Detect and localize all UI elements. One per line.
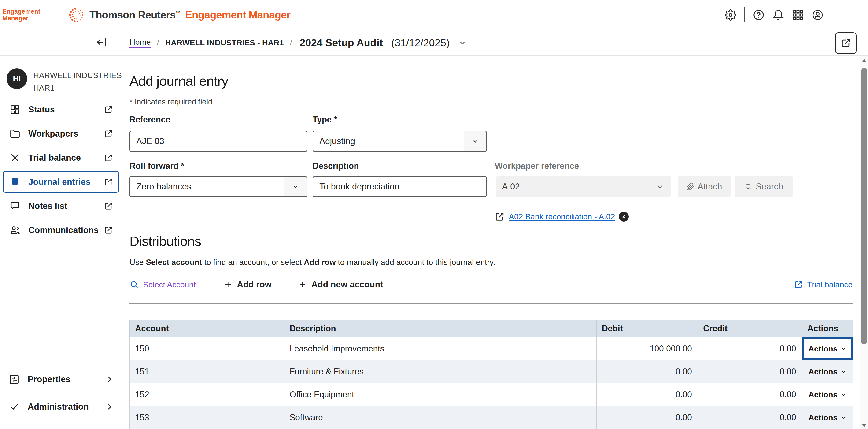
- add-row-label: Add row: [237, 280, 272, 289]
- sidebar-item-notes-list[interactable]: Notes list: [3, 195, 119, 217]
- product-name: Engagement Manager: [185, 9, 290, 21]
- row-actions-cell: Actions: [802, 406, 853, 429]
- collapse-sidebar-button[interactable]: [96, 36, 107, 48]
- settings-button[interactable]: [725, 9, 736, 21]
- app-grid-icon: [792, 9, 804, 21]
- sidebar-item-trial-balance[interactable]: Trial balance: [3, 147, 119, 168]
- row-actions-button[interactable]: Actions: [808, 367, 846, 376]
- chevron-down-icon: [840, 392, 846, 398]
- note-text: to manually add account to this journal …: [336, 257, 495, 267]
- scrollbar-down-arrow[interactable]: [862, 424, 867, 427]
- user-icon: [812, 9, 824, 21]
- scrollbar-thumb[interactable]: [861, 68, 867, 344]
- row-actions-cell: Actions: [802, 360, 853, 383]
- workpaper-reference-link[interactable]: A02 Bank reconciliation - A.02: [509, 212, 615, 221]
- debit-cell: 0.00: [596, 360, 698, 383]
- row-actions-button[interactable]: Actions: [808, 413, 846, 422]
- external-link-icon: [494, 211, 505, 222]
- sidebar-item-label: Workpapers: [28, 129, 78, 139]
- help-button[interactable]: [753, 9, 765, 21]
- row-actions-label: Actions: [808, 367, 838, 376]
- breadcrumb-separator: /: [157, 38, 159, 47]
- add-new-account-button[interactable]: Add new account: [298, 280, 383, 289]
- client-avatar: HI: [6, 68, 27, 89]
- people-icon: [9, 225, 20, 236]
- trial-balance-link[interactable]: Trial balance: [807, 280, 852, 289]
- page-title: Add journal entry: [129, 73, 228, 89]
- breadcrumb-client-link[interactable]: HARWELL INDUSTRIES - HAR1: [165, 38, 284, 47]
- search-icon: [744, 183, 752, 191]
- chevron-right-icon: [104, 402, 114, 411]
- roll-forward-select[interactable]: Zero balances: [129, 176, 307, 197]
- description-label: Description: [313, 161, 359, 171]
- workpaper-reference-select[interactable]: A.02: [496, 176, 671, 197]
- remove-x-icon: [621, 214, 627, 220]
- col-header-credit: Credit: [698, 320, 802, 337]
- thomson-reuters-logo-icon: [68, 6, 85, 23]
- search-button[interactable]: Search: [735, 176, 793, 197]
- sidebar: HI HARWELL INDUSTRIES HAR1 Status Workpa…: [0, 56, 122, 429]
- vertical-scrollbar[interactable]: [860, 56, 868, 429]
- trial-balance-link-group: Trial balance: [794, 280, 852, 289]
- note-text: to find an account, or select: [202, 257, 304, 267]
- account-button[interactable]: [812, 9, 824, 21]
- account-cell: 150: [130, 337, 284, 360]
- attach-button-label: Attach: [698, 182, 722, 191]
- row-actions-label: Actions: [808, 413, 838, 422]
- help-icon: [753, 9, 765, 21]
- row-actions-label: Actions: [808, 390, 838, 399]
- table-row: 152 Office Equipment 0.00 0.00 Actions: [130, 383, 853, 406]
- sidebar-item-communications[interactable]: Communications: [3, 219, 119, 241]
- remove-workpaper-button[interactable]: [619, 212, 629, 221]
- note-bold: Add row: [304, 257, 336, 267]
- section-divider: [129, 304, 852, 304]
- breadcrumb-home-link[interactable]: Home: [129, 37, 151, 48]
- apps-button[interactable]: [792, 9, 804, 21]
- required-note: * Indicates required field: [129, 97, 212, 106]
- sidebar-item-status[interactable]: Status: [3, 99, 119, 120]
- engagement-name: 2024 Setup Audit: [300, 37, 383, 49]
- sidebar-item-label: Administration: [28, 402, 89, 412]
- sidebar-item-administration[interactable]: Administration: [3, 396, 119, 418]
- sidebar-nav: Status Workpapers Trial balance Journal …: [0, 99, 122, 241]
- distributions-note: Use Select account to find an account, o…: [129, 257, 495, 267]
- notifications-button[interactable]: [772, 9, 784, 21]
- note-bold: Select account: [146, 257, 202, 267]
- col-header-account: Account: [130, 320, 284, 337]
- account-cell: 152: [130, 383, 284, 406]
- row-actions-button[interactable]: Actions: [808, 390, 846, 399]
- open-in-new-window-button[interactable]: [835, 32, 857, 54]
- type-label: Type *: [313, 115, 337, 125]
- description-cell: Office Equipment: [284, 383, 596, 406]
- scrollbar-up-arrow[interactable]: [862, 59, 867, 62]
- description-input[interactable]: [313, 176, 487, 197]
- search-button-label: Search: [755, 182, 783, 191]
- sidebar-item-label: Notes list: [28, 201, 67, 211]
- chevron-right-icon: [104, 375, 114, 384]
- sidebar-item-label: Journal entries: [28, 177, 90, 187]
- workpaper-reference-label: Workpaper reference: [495, 161, 579, 171]
- reference-input[interactable]: [129, 131, 307, 152]
- account-cell: 153: [130, 406, 284, 429]
- select-account-link[interactable]: Select Account: [143, 280, 196, 289]
- sidebar-item-properties[interactable]: Properties: [3, 369, 119, 390]
- debit-cell: 0.00: [596, 406, 698, 429]
- add-row-button[interactable]: Add row: [223, 280, 272, 289]
- chevron-down-icon: [840, 369, 846, 375]
- collapse-panel-icon: [96, 36, 107, 48]
- row-actions-label: Actions: [808, 344, 838, 354]
- external-link-icon: [104, 105, 113, 114]
- row-actions-button[interactable]: Actions: [808, 344, 846, 354]
- attach-button[interactable]: Attach: [678, 176, 731, 197]
- engagement-date: (31/12/2025): [391, 37, 450, 49]
- client-profile: HI HARWELL INDUSTRIES HAR1: [6, 68, 122, 94]
- external-link-icon: [104, 153, 113, 162]
- sidebar-item-journal-entries[interactable]: Journal entries: [3, 171, 119, 193]
- debit-cell: 0.00: [596, 383, 698, 406]
- chevron-down-icon: [464, 131, 486, 151]
- breadcrumb: Home / HARWELL INDUSTRIES - HAR1 / 2024 …: [129, 30, 466, 55]
- sidebar-item-workpapers[interactable]: Workpapers: [3, 123, 119, 145]
- brand-logo-group: Thomson Reuters™ Engagement Manager: [68, 6, 290, 23]
- type-select[interactable]: Adjusting: [313, 131, 487, 152]
- engagement-switcher-button[interactable]: [459, 39, 466, 47]
